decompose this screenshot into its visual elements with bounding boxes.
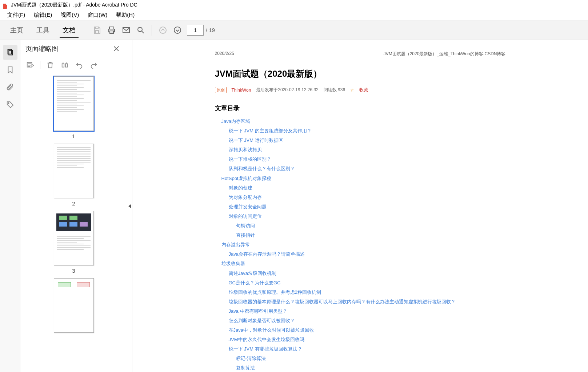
- collapse-sidebar-handle[interactable]: [127, 40, 132, 372]
- chevron-left-icon: [128, 204, 131, 208]
- original-tag: 原创: [215, 87, 227, 93]
- toc-link[interactable]: 复制算法: [236, 365, 255, 371]
- toc-link[interactable]: GC是什么？为什么要GC: [229, 280, 281, 285]
- toc-link[interactable]: 对象的访问定位: [229, 213, 262, 219]
- toc-link[interactable]: JVM中的永久代中会发生垃圾回收吗: [229, 337, 304, 342]
- bookmarks-panel-button[interactable]: [3, 63, 17, 77]
- toc-link[interactable]: 垃圾收集器: [221, 261, 245, 266]
- document-view[interactable]: 2020/2/25 JVM面试题（2020最新版）_运维_ThinkWon的博客…: [132, 40, 588, 372]
- thumbnail-page-4[interactable]: [20, 278, 127, 333]
- thumbnail-number: 2: [72, 200, 75, 207]
- sidebar-separator: [40, 61, 40, 69]
- email-button[interactable]: [120, 24, 133, 37]
- toc-link[interactable]: 标记-清除算法: [236, 356, 266, 361]
- svg-rect-13: [62, 64, 64, 67]
- read-count: 阅读数 936: [324, 87, 345, 93]
- menu-window[interactable]: 窗口(W): [83, 10, 112, 20]
- print-button[interactable]: [105, 24, 118, 37]
- favorite-label: 收藏: [359, 87, 368, 93]
- thumbnails-list[interactable]: 1 2: [20, 73, 127, 372]
- window-title: JVM面试题（2020最新版）.pdf - Adobe Acrobat Pro …: [11, 2, 137, 8]
- toc-link[interactable]: 深拷贝和浅拷贝: [229, 147, 262, 152]
- menu-help[interactable]: 帮助(H): [112, 10, 139, 20]
- attachments-panel-button[interactable]: [3, 80, 17, 95]
- undo-button[interactable]: [73, 59, 85, 71]
- toolbar-separator: [152, 25, 152, 36]
- toc-link[interactable]: 垃圾回收器的基本原理是什么？垃圾回收器可以马上回收内存吗？有什么办法主动通知虚拟…: [229, 299, 456, 304]
- toc-link[interactable]: 简述Java垃圾回收机制: [229, 271, 276, 276]
- toc-link[interactable]: 对象的创建: [229, 185, 252, 191]
- toc-link[interactable]: 说一下堆栈的区别？: [229, 156, 271, 162]
- thumbnail-number: 1: [72, 133, 75, 139]
- menu-bar: 文件(F) 编辑(E) 视图(V) 窗口(W) 帮助(H): [0, 10, 588, 20]
- toc-link[interactable]: 为对象分配内存: [229, 195, 262, 200]
- star-icon: ☆: [350, 88, 354, 93]
- toc-link[interactable]: Java会存在内存泄漏吗？请简单描述: [229, 251, 305, 257]
- toc-link[interactable]: 内存溢出异常: [221, 242, 250, 247]
- thumbnails-panel-button[interactable]: [3, 45, 17, 60]
- menu-edit[interactable]: 编辑(E): [29, 10, 56, 20]
- tab-tools[interactable]: 工具: [30, 21, 56, 40]
- toc-link[interactable]: 说一下 JVM 运行时数据区: [229, 137, 283, 143]
- toolbar: 主页 工具 文档 / 19: [0, 20, 588, 40]
- page-header-source: JVM面试题（2020最新版）_运维_ThinkWon的博客-CSDN博客: [384, 51, 506, 57]
- toc-link[interactable]: Java 中都有哪些引用类型？: [229, 308, 287, 314]
- redo-button[interactable]: [88, 59, 100, 71]
- thumbnail-page-1[interactable]: 1: [20, 76, 127, 139]
- document-title: JVM面试题（2020最新版）: [215, 68, 506, 80]
- toc-link[interactable]: HotSpot虚拟机对象探秘: [221, 176, 272, 181]
- thumbnail-page-3[interactable]: 3: [20, 211, 127, 274]
- publish-date: 最后发布于2020-02-19 12:26:32: [256, 87, 318, 93]
- toc-link[interactable]: 直接指针: [236, 232, 255, 238]
- toc-link[interactable]: 队列和栈是什么？有什么区别？: [229, 166, 295, 171]
- toc-link[interactable]: Java内存区域: [221, 119, 250, 124]
- page-down-button[interactable]: [171, 24, 184, 37]
- toc-link[interactable]: 怎么判断对象是否可以被回收？: [229, 318, 295, 323]
- toc-link[interactable]: 句柄访问: [236, 223, 255, 228]
- tags-panel-button[interactable]: [3, 97, 17, 112]
- menu-file[interactable]: 文件(F): [3, 10, 29, 20]
- delete-page-button[interactable]: [44, 59, 56, 71]
- svg-point-11: [8, 103, 9, 104]
- toc-link[interactable]: 垃圾回收的优点和原理。并考虑2种回收机制: [229, 289, 321, 295]
- toolbar-separator: [86, 25, 86, 36]
- thumbnail-number: 3: [72, 268, 75, 274]
- thumbnail-page-2[interactable]: 2: [20, 144, 127, 207]
- title-bar: JVM面试题（2020最新版）.pdf - Adobe Acrobat Pro …: [0, 0, 588, 10]
- thumbnails-sidebar: 页面缩略图: [20, 40, 127, 372]
- svg-point-6: [138, 27, 142, 32]
- author-name: ThinkWon: [232, 88, 251, 93]
- toc-link[interactable]: 在Java中，对象什么时候可以被垃圾回收: [229, 327, 314, 333]
- search-button[interactable]: [134, 24, 147, 37]
- acrobat-icon: [2, 2, 8, 8]
- rotate-page-button[interactable]: [59, 59, 71, 71]
- svg-rect-1: [96, 31, 99, 33]
- thumbnail-options-button[interactable]: [24, 59, 36, 71]
- svg-point-8: [174, 27, 181, 33]
- sidebar-title: 页面缩略图: [25, 44, 111, 53]
- page-total: / 19: [206, 27, 215, 33]
- document-byline: 原创 ThinkWon 最后发布于2020-02-19 12:26:32 阅读数…: [215, 87, 506, 93]
- toc-link[interactable]: 处理并发安全问题: [229, 204, 267, 209]
- tab-home[interactable]: 主页: [4, 21, 30, 40]
- toc-heading: 文章目录: [215, 104, 506, 112]
- page-number-input[interactable]: [187, 25, 204, 36]
- svg-point-7: [160, 27, 166, 33]
- svg-rect-0: [96, 27, 98, 29]
- page-header-date: 2020/2/25: [215, 51, 234, 57]
- save-button[interactable]: [91, 24, 104, 37]
- toc-link[interactable]: 说一下 JVM 有哪些垃圾回收算法？: [229, 346, 302, 352]
- pdf-page: 2020/2/25 JVM面试题（2020最新版）_运维_ThinkWon的博客…: [193, 44, 528, 372]
- close-sidebar-button[interactable]: [111, 43, 122, 54]
- svg-rect-14: [65, 64, 68, 67]
- tab-document[interactable]: 文档: [56, 21, 82, 40]
- toc-link[interactable]: 说一下 JVM 的主要组成部分及其作用？: [229, 128, 312, 133]
- table-of-contents: Java内存区域说一下 JVM 的主要组成部分及其作用？说一下 JVM 运行时数…: [215, 117, 506, 372]
- menu-view[interactable]: 视图(V): [56, 10, 83, 20]
- page-up-button[interactable]: [156, 24, 169, 37]
- navigation-rail: [0, 40, 20, 372]
